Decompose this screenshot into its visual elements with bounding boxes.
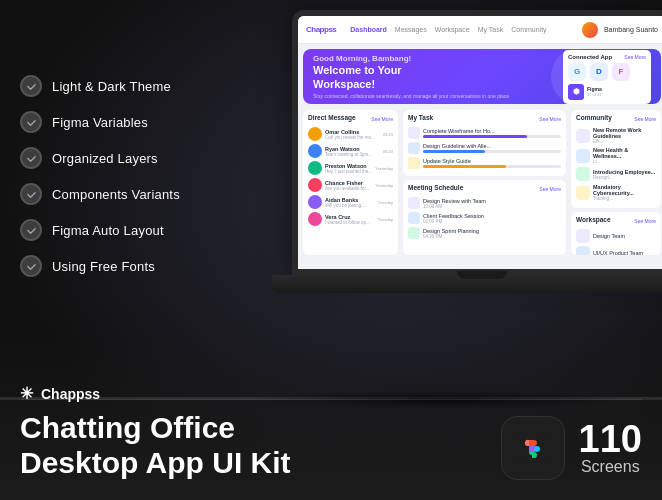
app-nav: Dashboard Messages Workspace My Task Com…	[350, 26, 546, 33]
community-header: Community See More	[576, 114, 656, 124]
app-dropbox: D	[590, 63, 608, 81]
feature-label-auto-layout: Figma Auto Layout	[52, 223, 164, 238]
nav-dashboard: Dashboard	[350, 26, 387, 33]
comm-name-3: Mandatory Cybersecurity...	[593, 184, 656, 196]
feature-label-light-dark: Light & Dark Theme	[52, 79, 171, 94]
msg-preview-2: Hey, I just pushed the...	[325, 169, 372, 174]
welcome-banner: Good Morning, Bambang! Welcome to YourWo…	[303, 49, 661, 104]
msg-info-1: Ryan Watson Team meeting at 3pm...	[325, 146, 380, 157]
dm-seemore: See More	[371, 116, 393, 122]
msg-time-3: Yesterday	[375, 183, 393, 188]
comm-avatar-1	[576, 149, 590, 163]
msg-time-0: 09:43	[383, 132, 393, 137]
task-info-2: Update Style Guide	[423, 158, 561, 168]
meeting-info-0: Design Review with Team 10:00 AM	[423, 198, 561, 209]
check-icon-organized-layers	[20, 147, 42, 169]
meeting-item-1: Client Feedback Session 02:00 PM	[408, 212, 561, 224]
screens-count: 110	[579, 420, 642, 458]
ws-item-0: Design Team	[576, 229, 656, 243]
nav-workspace: Workspace	[435, 26, 470, 33]
task-fill-1	[423, 150, 485, 153]
feature-item-organized-layers: Organized Layers	[20, 147, 230, 169]
ws-name-0: Design Team	[593, 233, 625, 239]
tasks-header: My Task See More	[408, 114, 561, 124]
meeting-time-1: 02:00 PM	[423, 219, 561, 224]
community-seemore: See More	[634, 116, 656, 122]
task-progress-0	[423, 135, 561, 138]
check-icon-auto-layout	[20, 219, 42, 241]
figma-badge	[501, 416, 565, 480]
msg-item-4: Aidan Banks Will you be joining... Tuesd…	[308, 195, 393, 209]
task-name-0: Complete Wireframe for Ho...	[423, 128, 561, 134]
feature-label-free-fonts: Using Free Fonts	[52, 259, 155, 274]
task-icon-2	[408, 157, 420, 169]
brand-title-line1: Chatting Office	[20, 411, 235, 444]
brand-title: Chatting Office Desktop App UI Kit	[20, 411, 291, 480]
right-col: Community See More New Remote Work Guide…	[571, 110, 661, 255]
comm-info-3: Mandatory Cybersecurity... Training...	[593, 184, 656, 201]
task-name-1: Design Guideline with Alle...	[423, 143, 561, 149]
msg-preview-3: Are you available for...	[325, 186, 372, 191]
msg-info-5: Vera Cruz I wanted to follow up...	[325, 214, 375, 225]
app-google-drive: G	[568, 63, 586, 81]
comm-info-1: New Health & Wellness... Li...	[593, 147, 656, 164]
msg-avatar-1	[308, 144, 322, 158]
msg-name-2: Preston Watson	[325, 163, 372, 169]
welcome-desc: Stay connected, collaborate seamlessly, …	[313, 93, 509, 99]
workspace-seemore: See More	[634, 218, 656, 224]
comm-name-0: New Remote Work Guidelines	[593, 127, 656, 139]
task-item-2: Update Style Guide	[408, 157, 561, 169]
meeting-info-1: Client Feedback Session 02:00 PM	[423, 213, 561, 224]
ws-name-1: UI/UX Product Team	[593, 250, 643, 255]
nav-community: Community	[511, 26, 546, 33]
task-info-0: Complete Wireframe for Ho...	[423, 128, 561, 138]
msg-avatar-4	[308, 195, 322, 209]
screens-label: Screens	[579, 458, 642, 476]
laptop-mockup: Chappss Dashboard Messages Workspace My …	[272, 10, 662, 350]
msg-item-2: Preston Watson Hey, I just pushed the...…	[308, 161, 393, 175]
check-icon-free-fonts	[20, 255, 42, 277]
community-title: Community	[576, 114, 612, 121]
middle-col: My Task See More Complete Wireframe for …	[403, 110, 566, 255]
connected-apps-header: Connected App See More	[568, 54, 646, 60]
task-item-0: Complete Wireframe for Ho...	[408, 127, 561, 139]
msg-avatar-5	[308, 212, 322, 226]
meeting-title: Meeting Schedule	[408, 184, 463, 191]
welcome-heading: Welcome to YourWorkspace!	[313, 63, 509, 92]
msg-item-5: Vera Cruz I wanted to follow up... Tuesd…	[308, 212, 393, 226]
workspace-title: Workspace	[576, 216, 611, 223]
community-card: Community See More New Remote Work Guide…	[571, 110, 661, 208]
task-fill-0	[423, 135, 527, 138]
comm-item-2: Introducing Employee... Recogni...	[576, 167, 656, 181]
feature-item-figma-variables: Figma Variables	[20, 111, 230, 133]
task-name-2: Update Style Guide	[423, 158, 561, 164]
app-topbar-right: Bambang Suanto	[582, 22, 658, 38]
feature-item-light-dark: Light & Dark Theme	[20, 75, 230, 97]
comm-avatar-2	[576, 167, 590, 181]
msg-time-4: Tuesday	[378, 200, 393, 205]
task-progress-2	[423, 165, 561, 168]
workspace-card: Workspace See More Design Team UI/UX Pro	[571, 212, 661, 255]
my-tasks-card: My Task See More Complete Wireframe for …	[403, 110, 566, 176]
task-info-1: Design Guideline with Alle...	[423, 143, 561, 153]
connected-apps: Connected App See More G D	[563, 50, 651, 104]
meeting-seemore: See More	[539, 186, 561, 192]
comm-desc-3: Training...	[593, 196, 656, 201]
comm-name-1: New Health & Wellness...	[593, 147, 656, 159]
direct-messages-col: Direct Message See More Omar Collins Can…	[303, 110, 398, 255]
feature-label-figma-variables: Figma Variables	[52, 115, 148, 130]
laptop-shadow	[252, 390, 632, 410]
welcome-text: Good Morning, Bambang! Welcome to YourWo…	[313, 54, 509, 100]
feature-item-free-fonts: Using Free Fonts	[20, 255, 230, 277]
connected-apps-title: Connected App	[568, 54, 612, 60]
brand-title-line2: Desktop App UI Kit	[20, 446, 291, 479]
task-progress-1	[423, 150, 561, 153]
meeting-schedule-card: Meeting Schedule See More Design Review …	[403, 180, 566, 255]
dm-title: Direct Message	[308, 114, 356, 121]
comm-desc-0: Effi...	[593, 139, 656, 144]
stat-icon-1: ⬢	[568, 84, 584, 100]
msg-preview-5: I wanted to follow up...	[325, 220, 375, 225]
meeting-item-2: Design Sprint Planning 04:30 PM	[408, 227, 561, 239]
comm-avatar-3	[576, 186, 590, 200]
app-figma: F	[612, 63, 630, 81]
